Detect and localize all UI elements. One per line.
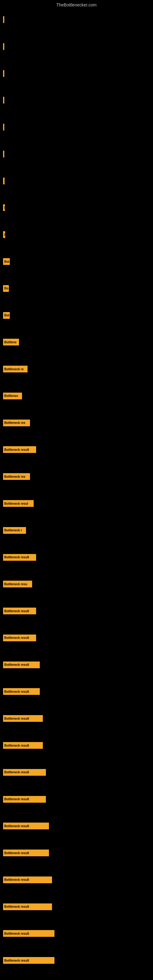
bar-label: Bot — [4, 260, 10, 263]
bar-label: Bottleneck result — [4, 448, 29, 452]
bar: Bottleneck result — [3, 930, 54, 937]
bar-row: s — [3, 177, 5, 185]
bars-container: rsEBBotBoBotBottleneBottleneck reBottlen… — [0, 6, 153, 980]
bar-row: Bottleneck result — [3, 687, 40, 696]
bar-label: Bottleneck result — [4, 609, 29, 613]
bar-row: Bottleneck result — [3, 849, 49, 857]
bar: B — [3, 231, 5, 238]
bar-row: B — [3, 230, 5, 239]
bar-row: Bottleneck result — [3, 741, 43, 750]
bar: Bottleneck re — [3, 366, 27, 372]
bar-row: Bo — [3, 284, 9, 293]
bar-label: Bottleneck result — [4, 905, 29, 908]
bar-label: Bottleneck result — [4, 636, 29, 640]
bar-row: Bottleneck res — [3, 418, 30, 427]
bar-label: Bottleneck result — [4, 797, 29, 801]
bar-row: Bottleneck result — [3, 607, 36, 615]
bar-label: Bottleneck resu — [4, 582, 27, 586]
bar: Bottleneck r — [3, 527, 26, 534]
bar-row: Bottleneck resul — [3, 499, 33, 508]
bar: Bottleneck result — [3, 769, 46, 776]
bar: Bottleneck result — [3, 742, 43, 749]
bar: Bottleneck res — [3, 473, 30, 480]
bar-label: Bottlene — [4, 340, 16, 344]
bar-label: Bottleneck result — [4, 932, 29, 935]
bar: Bottlene — [3, 339, 19, 345]
bar: Bottleneck result — [3, 904, 52, 910]
bar-row — [3, 42, 4, 51]
bar-label: s — [4, 179, 5, 183]
bar-row: Bottleneck result — [3, 875, 52, 884]
bar: Bot — [3, 312, 10, 319]
bar: Bot — [3, 258, 10, 265]
bar-row: Bottleneck res — [3, 472, 30, 481]
bar-label: E — [4, 206, 5, 210]
bar-row: Bottleneck result — [3, 445, 36, 454]
bar-row: Bottleneck result — [3, 956, 54, 965]
bar: Bottleneck result — [3, 715, 43, 722]
bar-label: Bottleneck res — [4, 421, 26, 425]
bar-row — [3, 15, 4, 24]
bar: s — [3, 178, 5, 185]
bar — [3, 151, 4, 158]
bar-row: Bottlenec — [3, 392, 22, 400]
bar-label: Bottlenec — [4, 394, 18, 398]
bar-label: Bottleneck result — [4, 690, 29, 694]
bar-label: Bot — [4, 313, 10, 317]
bar — [3, 43, 4, 50]
bar: E — [3, 204, 5, 211]
bar-row — [3, 123, 4, 131]
bar-row: Bottleneck result — [3, 929, 54, 938]
bar: Bottleneck res — [3, 420, 30, 426]
bar-row: Bottleneck result — [3, 795, 46, 803]
bar-label: Bottleneck re — [4, 368, 24, 371]
bar: Bottleneck result — [3, 877, 52, 883]
bar-row: Bottleneck result — [3, 714, 43, 723]
bar-label: Bottleneck result — [4, 770, 29, 774]
bar — [3, 16, 4, 23]
bar-label: B — [4, 233, 5, 236]
bar: Bottleneck result — [3, 688, 40, 695]
bar: Bottleneck result — [3, 796, 46, 803]
bar: Bottleneck result — [3, 957, 54, 964]
bar-label: Bottleneck result — [4, 744, 29, 747]
bar-row: Bottleneck resu — [3, 580, 32, 588]
bar-row — [3, 69, 4, 78]
bar: Bottleneck result — [3, 822, 49, 829]
bar-label: Bottleneck res — [4, 475, 26, 478]
bar: Bottleneck resul — [3, 500, 33, 507]
bar-row: Bottlene — [3, 338, 19, 346]
bar: Bottleneck result — [3, 850, 49, 856]
bar-row: Bottleneck result — [3, 660, 40, 669]
bar — [3, 70, 4, 77]
bar: Bottleneck result — [3, 446, 36, 453]
bar-row: Bottleneck result — [3, 634, 36, 642]
bar-row: Bottleneck result — [3, 768, 46, 776]
bar-row: Bottleneck result — [3, 822, 49, 830]
bar — [3, 124, 4, 130]
bar-label: Bottleneck result — [4, 824, 29, 828]
bar: Bottleneck result — [3, 635, 36, 641]
bar-row: r — [3, 96, 4, 105]
bar-row: Bottleneck result — [3, 902, 52, 911]
bar-row: Bottleneck re — [3, 365, 27, 373]
bar: r — [3, 97, 4, 103]
bar-label: Bo — [4, 286, 8, 290]
bar-label: Bottleneck result — [4, 717, 29, 720]
bar-row: E — [3, 204, 5, 212]
bar: Bottleneck resu — [3, 581, 32, 587]
bar: Bottleneck result — [3, 554, 36, 561]
bar: Bottlenec — [3, 393, 22, 399]
bar-label: Bottleneck result — [4, 878, 29, 881]
bar: Bottleneck result — [3, 608, 36, 614]
bar-row: Bot — [3, 257, 10, 266]
bar-label: Bottleneck resul — [4, 502, 28, 505]
bar-label: Bottleneck result — [4, 959, 29, 962]
bar-label: Bottleneck r — [4, 528, 22, 532]
bar: Bo — [3, 285, 9, 292]
bar-label: Bottleneck result — [4, 851, 29, 855]
bar: Bottleneck result — [3, 662, 40, 668]
bar-label: Bottleneck result — [4, 663, 29, 667]
bar-row: Bot — [3, 311, 10, 320]
bar-row: Bottleneck result — [3, 553, 36, 562]
